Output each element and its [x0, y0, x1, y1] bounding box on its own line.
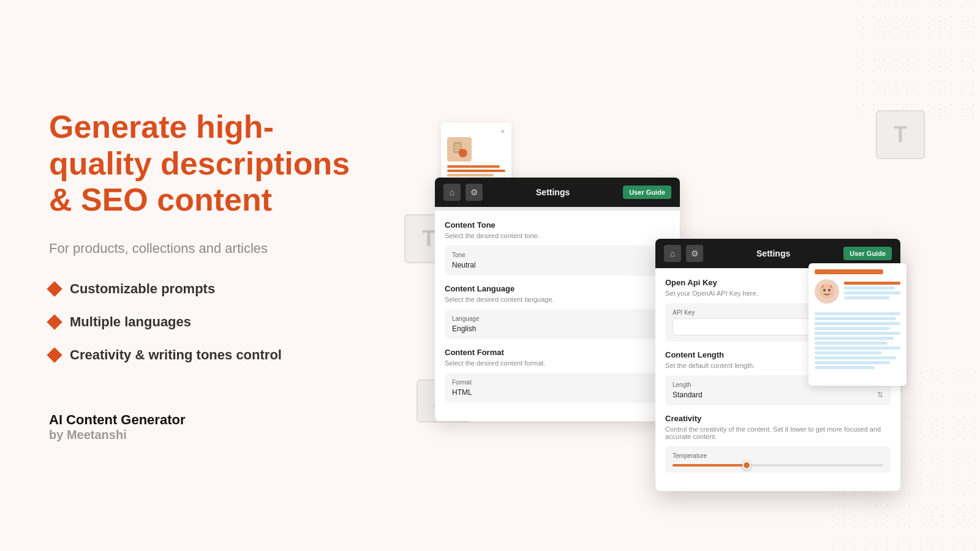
section-tone-title: Content Tone [445, 220, 670, 230]
left-panel: Generate high-quality descriptions & SEO… [49, 109, 368, 442]
preview-lines-bottom [815, 312, 900, 369]
svg-rect-3 [454, 149, 459, 151]
branding: AI Content Generator by Meetanshi [49, 412, 368, 442]
gear-icon-2[interactable]: ⚙ [686, 245, 703, 262]
section-creativity-desc: Control the creativity of the content. S… [665, 425, 891, 440]
fmt-field-label: Format [452, 379, 663, 386]
lang-field-label: Language [452, 315, 663, 322]
section-tone-desc: Select the desired content tone. [445, 232, 670, 239]
win-title-1: Settings [488, 187, 618, 197]
len-field-select: Standard ⇅ [673, 391, 883, 399]
fmt-field-group: Format HTML [445, 373, 670, 403]
doc-card-image [447, 137, 472, 162]
len-chevron[interactable]: ⇅ [877, 391, 883, 399]
section-format: Content Format Select the desired conten… [445, 348, 670, 403]
section-creativity: Creativity Control the creativity of the… [665, 414, 891, 473]
creativity-slider-fill [673, 464, 746, 467]
lang-field-group: Language English [445, 309, 670, 339]
diamond-bullet-2 [47, 314, 62, 329]
section-fmt-title: Content Format [445, 348, 670, 357]
user-guide-btn-2[interactable]: User Guide [843, 247, 892, 260]
feature-text-3: Creativity & writing tones control [70, 347, 282, 363]
len-field-value: Standard [673, 391, 703, 399]
creativity-field-label: Temperature [673, 452, 883, 459]
lang-field-value: English [452, 324, 663, 333]
section-language: Content Language Select the desired cont… [445, 284, 670, 339]
home-icon-1[interactable]: ⌂ [443, 184, 461, 201]
subtitle: For products, collections and articles [49, 241, 368, 257]
float-icon-T-top: T [876, 110, 925, 159]
win-header-1: ⌂ ⚙ Settings User Guide [435, 178, 680, 207]
section-lang-title: Content Language [445, 284, 670, 293]
feature-item-2: Multiple languages [49, 314, 368, 330]
diamond-bullet-1 [47, 281, 62, 296]
preview-lines-right [844, 279, 900, 299]
svg-rect-2 [454, 147, 461, 148]
preview-orange-bar [815, 269, 883, 274]
brand-sub: by Meetanshi [49, 428, 368, 442]
svg-point-4 [459, 149, 467, 157]
preview-character [815, 279, 839, 304]
section-fmt-desc: Select the desired content format. [445, 359, 670, 367]
preview-card [809, 263, 907, 386]
gear-icon-1[interactable]: ⚙ [466, 184, 483, 201]
fmt-field-value: HTML [452, 388, 663, 397]
svg-point-6 [823, 289, 826, 291]
creativity-field-group: Temperature [665, 446, 891, 473]
tone-field-label: Tone [452, 252, 663, 258]
svg-point-7 [828, 289, 831, 291]
main-title: Generate high-quality descriptions & SEO… [49, 109, 368, 219]
feature-text-2: Multiple languages [70, 314, 191, 330]
right-panel: T T Aa ✕ [404, 92, 931, 459]
home-icon-2[interactable]: ⌂ [664, 245, 681, 262]
section-lang-desc: Select the desired content language. [445, 296, 670, 303]
section-tone: Content Tone Select the desired content … [445, 220, 670, 276]
brand-name: AI Content Generator [49, 412, 368, 428]
diamond-bullet-3 [47, 347, 62, 362]
svg-rect-1 [454, 144, 461, 146]
features-list: Customizable prompts Multiple languages … [49, 281, 368, 363]
main-container: Generate high-quality descriptions & SEO… [0, 0, 980, 551]
feature-item-1: Customizable prompts [49, 281, 368, 297]
tone-field-group: Tone Neutral [445, 246, 670, 276]
svg-point-5 [820, 284, 834, 299]
feature-text-1: Customizable prompts [70, 281, 215, 297]
creativity-slider-track[interactable] [673, 464, 883, 467]
tone-field-value: Neutral [452, 261, 663, 269]
creativity-slider-thumb[interactable] [742, 461, 751, 470]
user-guide-btn-1[interactable]: User Guide [623, 186, 671, 199]
feature-item-3: Creativity & writing tones control [49, 347, 368, 363]
win-body-1: Content Tone Select the desired content … [435, 211, 680, 421]
section-creativity-title: Creativity [665, 414, 891, 423]
settings-window-1: ⌂ ⚙ Settings User Guide Content Tone Sel… [435, 178, 680, 421]
win-title-2: Settings [708, 249, 839, 258]
